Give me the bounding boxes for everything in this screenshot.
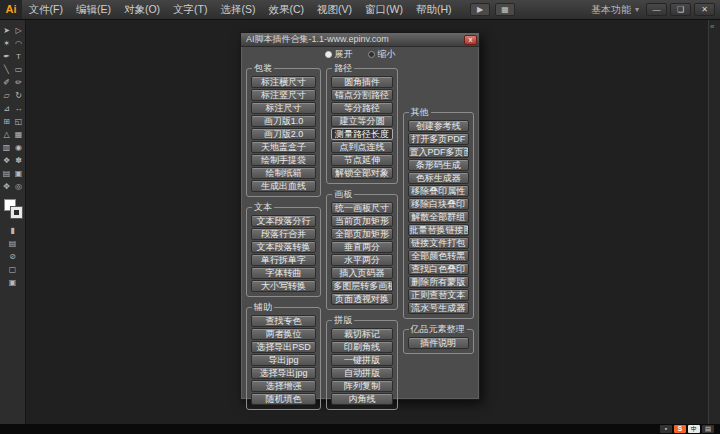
- direct-selection-tool[interactable]: ▷: [13, 24, 25, 37]
- eraser-tool[interactable]: ▱: [1, 89, 13, 102]
- script-button-阵列复制[interactable]: 阵列复制: [331, 380, 392, 392]
- expand-panels-icon[interactable]: «: [710, 22, 714, 31]
- script-button-选择导出PSD[interactable]: 选择导出PSD: [251, 341, 316, 353]
- script-button-生成出血线[interactable]: 生成出血线: [251, 180, 316, 192]
- script-button-天地盖盒子[interactable]: 天地盖盒子: [251, 141, 316, 153]
- script-button-锚点分割路径[interactable]: 锚点分割路径: [331, 89, 392, 101]
- script-button-一键拼版[interactable]: 一键拼版: [331, 354, 392, 366]
- script-button-当前页加矩形[interactable]: 当前页加矩形: [331, 215, 392, 227]
- script-button-点到点连线[interactable]: 点到点连线: [331, 141, 392, 153]
- eyedropper-tool[interactable]: ◉: [13, 141, 25, 154]
- blend-tool[interactable]: ❖: [1, 154, 13, 167]
- rotate-tool[interactable]: ↻: [13, 89, 25, 102]
- script-button-解锁全部对象[interactable]: 解锁全部对象: [331, 167, 392, 179]
- script-button-标注尺寸[interactable]: 标注尺寸: [251, 102, 316, 114]
- script-button-条形码生成[interactable]: 条形码生成: [408, 159, 469, 171]
- paintbrush-tool[interactable]: ✐: [1, 76, 13, 89]
- bridge-icon[interactable]: ▶: [470, 3, 490, 16]
- script-button-创建参考线[interactable]: 创建参考线: [408, 120, 469, 132]
- script-button-插件说明[interactable]: 插件说明: [408, 337, 469, 349]
- gradient-mode-icon[interactable]: ▤: [9, 237, 17, 250]
- script-button-正则查替文本[interactable]: 正则查替文本: [408, 289, 469, 301]
- zoom-tool[interactable]: ◎: [13, 180, 25, 193]
- script-button-插入页码器[interactable]: 插入页码器: [331, 267, 392, 279]
- script-button-页面透视对换[interactable]: 页面透视对换: [331, 293, 392, 305]
- scale-tool[interactable]: ⊿: [1, 102, 13, 115]
- mesh-tool[interactable]: ▦: [13, 128, 25, 141]
- hand-tool[interactable]: ✥: [1, 180, 13, 193]
- restore-button[interactable]: ❏: [670, 3, 691, 16]
- menu-item[interactable]: 窗口(W): [359, 0, 410, 19]
- tray-icon[interactable]: ▪: [660, 425, 672, 433]
- script-button-垂直两分[interactable]: 垂直两分: [331, 241, 392, 253]
- artboard-tool[interactable]: ▣: [13, 167, 25, 180]
- script-button-等分路径[interactable]: 等分路径: [331, 102, 392, 114]
- script-button-移除叠印属性[interactable]: 移除叠印属性: [408, 185, 469, 197]
- script-button-段落行合并[interactable]: 段落行合并: [251, 228, 316, 240]
- type-tool[interactable]: T: [13, 50, 25, 63]
- script-button-解散全部群组[interactable]: 解散全部群组: [408, 211, 469, 223]
- pen-tool[interactable]: ✒: [1, 50, 13, 63]
- stroke-swatch[interactable]: [11, 207, 22, 218]
- script-button-裁切标记[interactable]: 裁切标记: [331, 328, 392, 340]
- close-button[interactable]: ✕: [694, 3, 715, 16]
- script-button-链接文件打包[interactable]: 链接文件打包: [408, 237, 469, 249]
- script-button-全部颜色转黑[interactable]: 全部颜色转黑: [408, 250, 469, 262]
- color-mode-icon[interactable]: ▮: [10, 224, 14, 237]
- minimize-button[interactable]: —: [646, 3, 667, 16]
- script-button-内角线[interactable]: 内角线: [331, 393, 392, 405]
- script-button-标注横尺寸[interactable]: 标注横尺寸: [251, 76, 316, 88]
- script-button-两者换位[interactable]: 两者换位: [251, 328, 316, 340]
- script-button-建立等分圆[interactable]: 建立等分圆: [331, 115, 392, 127]
- menu-item[interactable]: 效果(C): [262, 0, 311, 19]
- ime-toolbar-icon[interactable]: ▤: [702, 425, 714, 433]
- menu-item[interactable]: 视图(V): [311, 0, 359, 19]
- width-tool[interactable]: ↔: [13, 102, 25, 115]
- script-button-移除白块叠印[interactable]: 移除白块叠印: [408, 198, 469, 210]
- script-button-画刀版2.0[interactable]: 画刀版2.0: [251, 128, 316, 140]
- script-button-统一画板尺寸[interactable]: 统一画板尺寸: [331, 202, 392, 214]
- magic-wand-tool[interactable]: ✶: [1, 37, 13, 50]
- script-button-大小写转换[interactable]: 大小写转换: [251, 280, 316, 292]
- script-button-全部页加矩形[interactable]: 全部页加矩形: [331, 228, 392, 240]
- lasso-tool[interactable]: ◠: [13, 37, 25, 50]
- column-graph-tool[interactable]: ▤: [1, 167, 13, 180]
- line-segment-tool[interactable]: ╲: [1, 63, 13, 76]
- gradient-tool[interactable]: ▥: [1, 141, 13, 154]
- script-button-文本段落转换[interactable]: 文本段落转换: [251, 241, 316, 253]
- script-button-测量路径长度[interactable]: 测量路径长度: [331, 128, 392, 140]
- script-button-节点延伸[interactable]: 节点延伸: [331, 154, 392, 166]
- view-mode-radio[interactable]: 展开: [325, 48, 353, 61]
- script-button-选择增强[interactable]: 选择增强: [251, 380, 316, 392]
- none-mode-icon[interactable]: ⊘: [9, 250, 16, 263]
- shape-builder-tool[interactable]: ◱: [13, 115, 25, 128]
- script-button-多图层转多画板[interactable]: 多图层转多画板: [331, 280, 392, 292]
- script-button-文本段落分行[interactable]: 文本段落分行: [251, 215, 316, 227]
- menu-item[interactable]: 对象(O): [117, 0, 166, 19]
- script-button-水平两分[interactable]: 水平两分: [331, 254, 392, 266]
- rectangle-tool[interactable]: ▭: [13, 63, 25, 76]
- script-button-标注竖尺寸[interactable]: 标注竖尺寸: [251, 89, 316, 101]
- menu-item[interactable]: 编辑(E): [69, 0, 117, 19]
- free-transform-tool[interactable]: ⊞: [1, 115, 13, 128]
- pencil-tool[interactable]: ✏: [13, 76, 25, 89]
- arrange-documents-icon[interactable]: ▦: [495, 3, 515, 16]
- script-button-打开多页PDF[interactable]: 打开多页PDF: [408, 133, 469, 145]
- screen-mode-icon[interactable]: ▣: [9, 276, 17, 289]
- script-button-选择导出jpg[interactable]: 选择导出jpg: [251, 367, 316, 379]
- script-button-色标生成器[interactable]: 色标生成器: [408, 172, 469, 184]
- menu-item[interactable]: 选择(S): [214, 0, 262, 19]
- drawing-mode-icon[interactable]: ▢: [9, 263, 17, 276]
- script-button-删除所有蒙版[interactable]: 删除所有蒙版: [408, 276, 469, 288]
- dialog-title-bar[interactable]: AI脚本插件合集-1.1-www.epinv.com x: [241, 33, 479, 47]
- script-button-流水号生成器[interactable]: 流水号生成器: [408, 302, 469, 314]
- menu-item[interactable]: 帮助(H): [410, 0, 459, 19]
- dialog-close-button[interactable]: x: [464, 35, 477, 45]
- script-button-查找白色叠印[interactable]: 查找白色叠印: [408, 263, 469, 275]
- menu-item[interactable]: 文件(F): [22, 0, 69, 19]
- script-button-自动拼版[interactable]: 自动拼版: [331, 367, 392, 379]
- script-button-随机填色[interactable]: 随机填色: [251, 393, 316, 405]
- perspective-grid-tool[interactable]: △: [1, 128, 13, 141]
- menu-item[interactable]: 文字(T): [167, 0, 214, 19]
- script-button-批量替换链接图[interactable]: 批量替换链接图: [408, 224, 469, 236]
